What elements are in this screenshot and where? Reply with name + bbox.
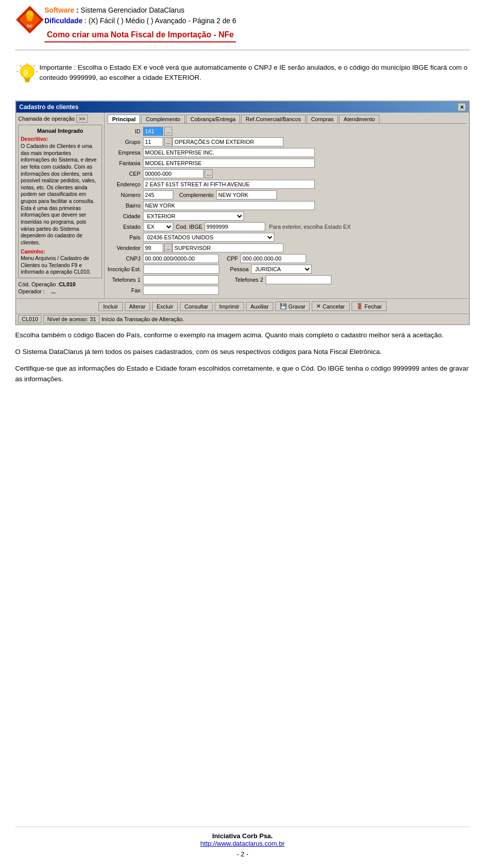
form-row-bairro: Bairro: [108, 201, 466, 210]
cidade-label: Cidade: [108, 213, 140, 219]
estado-select[interactable]: EX: [143, 222, 173, 231]
nivel-value: 31: [90, 316, 96, 322]
vendedor-text-input[interactable]: [172, 243, 283, 252]
grupo-btn[interactable]: ...: [164, 137, 172, 146]
body-para-3: Certifique-se que as informações do Esta…: [15, 364, 470, 385]
numero-input[interactable]: [143, 190, 173, 199]
grupo-label: Grupo: [108, 139, 140, 145]
tab-compras[interactable]: Compras: [307, 115, 338, 123]
header-section: DC Software : Sistema Gerenciador DataCl…: [15, 5, 470, 50]
bairro-input[interactable]: [143, 201, 315, 210]
form-row-cnpj: CNPJ CPF: [108, 254, 466, 263]
pessoa-select[interactable]: JURÍDICA: [251, 265, 312, 274]
operador-value: ...: [51, 288, 56, 294]
sidebar-top-row: Chamada de operação >>: [18, 115, 102, 123]
form-row-fantasia: Fantasia: [108, 159, 466, 168]
cod-ibge-input[interactable]: [205, 222, 265, 231]
page-title: Como criar uma Nota Fiscal de Importação…: [44, 30, 236, 42]
tel2-input[interactable]: [266, 275, 331, 284]
statusbar-cod: CL010: [18, 315, 41, 323]
cpf-input[interactable]: [240, 254, 306, 263]
fax-input[interactable]: [143, 286, 219, 295]
manual-title: Manual Integrado: [21, 127, 100, 134]
dificuldade-label: Dificuldade: [44, 17, 82, 25]
gravar-icon: 💾: [280, 303, 287, 310]
vendedor-input[interactable]: [143, 243, 163, 252]
id-input[interactable]: [143, 127, 163, 136]
complemento-input[interactable]: [216, 190, 277, 199]
cep-label: CEP: [108, 171, 140, 177]
fantasia-label: Fantasia: [108, 160, 140, 166]
pessoa-label: Pessoa: [223, 266, 249, 272]
endereco-input[interactable]: [143, 180, 315, 189]
endereco-label: Endereço: [108, 181, 140, 187]
cod-op-label: Cód. Operação :: [18, 281, 59, 287]
cancelar-button[interactable]: ✕Cancelar: [312, 301, 349, 311]
vendedor-btn[interactable]: ...: [164, 243, 172, 252]
cnpj-input[interactable]: [143, 254, 219, 263]
estado-label: Estado: [108, 224, 140, 230]
imprimir-button[interactable]: Imprimir: [215, 302, 244, 311]
excluir-button[interactable]: Excluir: [152, 302, 178, 311]
empresa-label: Empresa: [108, 149, 140, 156]
statusbar-nivel: Nível de acesso: 31: [43, 315, 100, 323]
form-row-tel1: Telefones 1 Telefones 2: [108, 275, 466, 284]
consultar-button[interactable]: Consultar: [180, 302, 213, 311]
dialog-tabs: Principal Complemento Cobrança/Entrega R…: [108, 115, 466, 124]
tab-principal[interactable]: Principal: [108, 115, 140, 123]
cancelar-icon: ✕: [316, 303, 321, 310]
exterior-label: Para exterior, escolha Estado EX: [269, 224, 351, 230]
tab-atendimento[interactable]: Atendimento: [339, 115, 379, 123]
footer-url-container: http://www.dataclarus.com.br: [15, 840, 470, 847]
svg-rect-7: [25, 79, 30, 81]
form-row-cidade: Cidade EXTERIOR: [108, 212, 466, 221]
cidade-select[interactable]: EXTERIOR: [143, 212, 244, 221]
gravar-button[interactable]: 💾Gravar: [275, 301, 310, 311]
bairro-label: Bairro: [108, 202, 140, 209]
footer-url[interactable]: http://www.dataclarus.com.br: [201, 840, 285, 847]
tab-cobranca[interactable]: Cobrança/Entrega: [186, 115, 240, 123]
cep-input[interactable]: [143, 169, 204, 178]
numero-label: Número: [108, 192, 140, 198]
dialog-close-button[interactable]: ✕: [458, 103, 466, 111]
form-row-numero: Número Complemento: [108, 190, 466, 199]
fantasia-input[interactable]: [143, 159, 315, 168]
incluir-button[interactable]: Incluir: [99, 302, 122, 311]
caminho-text: Menu Arquivos / Cadastro de Clientes ou …: [21, 255, 100, 276]
svg-rect-6: [24, 78, 30, 79]
dialog-buttons: Incluir Alterar Excluir Consultar Imprim…: [16, 298, 469, 314]
grupo-text-input[interactable]: [172, 137, 283, 146]
desc-text: O Cadastro de Clientes é uma das mais im…: [21, 143, 100, 246]
header-text: Software : Sistema Gerenciador DataClaru…: [44, 5, 236, 45]
alterar-button[interactable]: Alterar: [125, 302, 150, 311]
pais-select[interactable]: 02436 ESTADOS UNIDOS: [143, 233, 274, 242]
caminho-label: Caminho:: [21, 248, 100, 256]
insc-est-input[interactable]: [143, 265, 219, 274]
auxiliar-button[interactable]: Auxiliar: [246, 302, 273, 311]
form-row-pais: País 02436 ESTADOS UNIDOS: [108, 233, 466, 242]
tab-complemento[interactable]: Complemento: [141, 115, 184, 123]
dialog-window: Cadastro de clientes ✕ Chamada de operaç…: [15, 100, 470, 325]
dialog-body: Chamada de operação >> Manual Integrado …: [16, 113, 469, 298]
form-row-fax: Fax: [108, 286, 466, 295]
software-label: Software: [44, 6, 74, 14]
id-btn[interactable]: ...: [164, 127, 172, 136]
insc-est-label: Inscrição Est.: [108, 266, 141, 272]
cep-btn[interactable]: ...: [205, 169, 213, 178]
form-row-id: ID ...: [108, 127, 466, 136]
fechar-button[interactable]: 🚪Fechar: [352, 301, 386, 311]
dialog-main: Principal Complemento Cobrança/Entrega R…: [105, 113, 469, 298]
spacer: [15, 391, 470, 827]
complemento-label: Complemento: [173, 192, 214, 198]
svg-rect-8: [25, 81, 29, 82]
operation-button[interactable]: >>: [76, 115, 88, 123]
header-title-line: Software : Sistema Gerenciador DataClaru…: [44, 5, 236, 16]
empresa-input[interactable]: [143, 148, 315, 157]
footer-company: Iniciativa Corb Psa.: [15, 832, 470, 840]
fechar-icon: 🚪: [356, 303, 363, 310]
desc-label: Descritivo:: [21, 136, 100, 143]
tel1-input[interactable]: [143, 275, 219, 284]
vendedor-label: Vendedor: [108, 245, 140, 251]
grupo-input[interactable]: [143, 137, 163, 146]
tab-refcomercial[interactable]: Ref.Comercial/Bancos: [241, 115, 305, 123]
